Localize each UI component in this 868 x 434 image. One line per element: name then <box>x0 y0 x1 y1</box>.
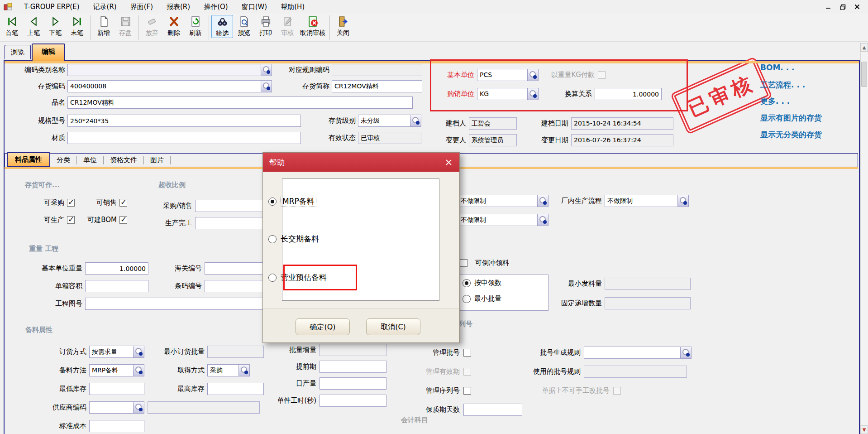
drawing-number-field[interactable] <box>85 298 280 310</box>
tab-images[interactable]: 图片 <box>144 154 170 167</box>
toolbar-cancel-audit[interactable]: 取消审核 <box>298 15 327 37</box>
lookup-icon[interactable] <box>133 365 144 376</box>
daily-output-field[interactable] <box>320 377 386 390</box>
restore-button[interactable] <box>835 1 850 12</box>
option-sales-forecast[interactable]: 营业预估备料 <box>268 272 327 283</box>
toolbar-preview[interactable]: 预览 <box>233 15 255 37</box>
scrollbar-thumb[interactable] <box>861 62 867 87</box>
issue-by-minlot-radio[interactable] <box>463 295 471 303</box>
inventory-code-field[interactable]: 400400008 <box>67 80 272 92</box>
product-name-field[interactable] <box>67 96 413 109</box>
batch-increment-field[interactable] <box>320 344 386 356</box>
can-produce-checkbox[interactable] <box>67 216 75 224</box>
prep-method-field[interactable]: MRP备料 <box>89 364 144 376</box>
toolbar-close-form[interactable]: 关闭 <box>332 15 354 37</box>
box-volume-field[interactable] <box>85 280 148 292</box>
lookup-icon[interactable] <box>410 115 421 126</box>
option-mrp-radio[interactable] <box>268 198 277 206</box>
dialog-close-icon[interactable] <box>442 156 455 169</box>
link-more[interactable]: 更多. . . <box>760 96 790 106</box>
toolbar-save[interactable]: 存盘 <box>114 15 136 37</box>
menu-window[interactable]: 窗口(W) <box>235 3 274 11</box>
menu-record[interactable]: 记录(R) <box>86 3 124 11</box>
lookup-icon[interactable] <box>537 214 548 226</box>
dialog-cancel-button[interactable]: 取消(C) <box>366 318 420 335</box>
link-show-unclassified[interactable]: 显示无分类的存货 <box>760 130 822 140</box>
lookup-icon[interactable] <box>261 81 272 92</box>
pay-by-weight-checkbox[interactable] <box>598 71 606 79</box>
issue-by-minlot-option[interactable]: 最小批量 <box>463 294 501 303</box>
tab-qualification-files[interactable]: 资格文件 <box>104 154 143 167</box>
toolbar-audit[interactable]: 审核 <box>277 15 298 37</box>
std-cost-field[interactable] <box>89 420 144 432</box>
lookup-icon[interactable] <box>238 365 249 376</box>
toolbar-previous[interactable]: 上笔 <box>23 15 44 37</box>
unit-time-field[interactable] <box>320 395 386 407</box>
base-unit-field[interactable]: PCS <box>477 69 539 81</box>
lookup-icon[interactable] <box>680 347 691 358</box>
toolbar-first[interactable]: 首笔 <box>1 15 23 37</box>
toolbar-filter[interactable]: 筛选 <box>211 15 233 38</box>
can-sell-checkbox[interactable] <box>119 199 127 207</box>
toolbar-discard[interactable]: 放弃 <box>141 15 163 37</box>
link-process-flow[interactable]: 工艺流程. . . <box>760 80 805 90</box>
no-manual-batch-checkbox[interactable] <box>613 387 621 395</box>
spec-field[interactable] <box>67 115 301 127</box>
tab-item-attributes[interactable]: 料品属性 <box>7 152 50 167</box>
min-stock-field[interactable] <box>89 383 144 395</box>
min-order-field[interactable] <box>207 346 264 358</box>
tab-browse[interactable]: 浏览 <box>5 45 31 59</box>
tab-units[interactable]: 单位 <box>77 154 103 167</box>
inventory-level-field[interactable]: 未分级 <box>358 115 421 127</box>
lookup-icon[interactable] <box>261 64 272 76</box>
dialog-titlebar[interactable]: 帮助 <box>263 153 459 172</box>
conversion-field[interactable] <box>595 88 662 100</box>
inventory-abbr-field[interactable] <box>332 80 422 92</box>
backflush-checkbox[interactable] <box>460 259 467 267</box>
vertical-scrollbar[interactable] <box>860 52 868 426</box>
shelf-days-field[interactable] <box>463 404 522 416</box>
supplier-code-field[interactable] <box>89 401 144 414</box>
restriction-field-1[interactable]: 不做限制 <box>458 195 548 207</box>
option-mrp[interactable]: MRP备料 <box>268 196 316 207</box>
manage-batch-checkbox[interactable] <box>463 349 471 357</box>
trade-unit-field[interactable]: KG <box>477 88 539 100</box>
dialog-ok-button[interactable]: 确定(Q) <box>296 318 350 335</box>
can-purchase-checkbox[interactable] <box>67 199 75 207</box>
link-bom[interactable]: BOM. . . <box>760 63 795 72</box>
lookup-icon[interactable] <box>527 88 538 100</box>
toolbar-print[interactable]: 打印 <box>255 15 277 37</box>
over-purchase-field[interactable] <box>195 200 272 212</box>
toolbar-new[interactable]: 新增 <box>93 15 114 37</box>
toolbar-delete[interactable]: 删除 <box>163 15 185 37</box>
toolbar-refresh[interactable]: 刷新 <box>185 15 206 37</box>
tab-classification[interactable]: 分类 <box>50 154 76 167</box>
lookup-icon[interactable] <box>537 195 548 207</box>
menu-interface[interactable]: 界面(F) <box>124 3 160 11</box>
restriction-field-2[interactable]: 不做限制 <box>458 214 548 226</box>
tab-edit[interactable]: 编辑 <box>32 43 65 61</box>
link-show-with-images[interactable]: 显示有图片的存货 <box>760 113 822 123</box>
max-stock-field[interactable] <box>207 383 264 395</box>
factory-flow-field[interactable]: 不做限制 <box>605 195 689 207</box>
min-issue-field[interactable] <box>605 278 691 290</box>
lookup-icon[interactable] <box>133 346 144 357</box>
base-weight-field[interactable] <box>85 262 148 275</box>
menu-tgroup-erp[interactable]: T-GROUP ERP(E) <box>17 3 86 11</box>
material-field[interactable] <box>67 132 301 144</box>
over-complete-field[interactable] <box>195 217 272 229</box>
option-long-leadtime[interactable]: 长交期备料 <box>268 234 319 244</box>
lookup-icon[interactable] <box>677 195 688 207</box>
menu-report[interactable]: 报表(R) <box>160 3 197 11</box>
manage-serial-checkbox[interactable] <box>463 387 471 395</box>
close-button[interactable] <box>850 1 864 12</box>
batch-rule-field[interactable] <box>584 347 692 359</box>
menu-operation[interactable]: 操作(O) <box>197 3 235 11</box>
toolbar-next[interactable]: 下笔 <box>44 15 66 37</box>
scroll-down-arrow[interactable]: ▼ <box>860 425 868 434</box>
scroll-up-arrow[interactable]: ▲ <box>860 43 868 52</box>
menu-help[interactable]: 帮助(H) <box>274 3 311 11</box>
minimize-button[interactable] <box>821 1 835 12</box>
lookup-icon[interactable] <box>527 69 538 81</box>
can-bom-checkbox[interactable] <box>119 216 127 224</box>
